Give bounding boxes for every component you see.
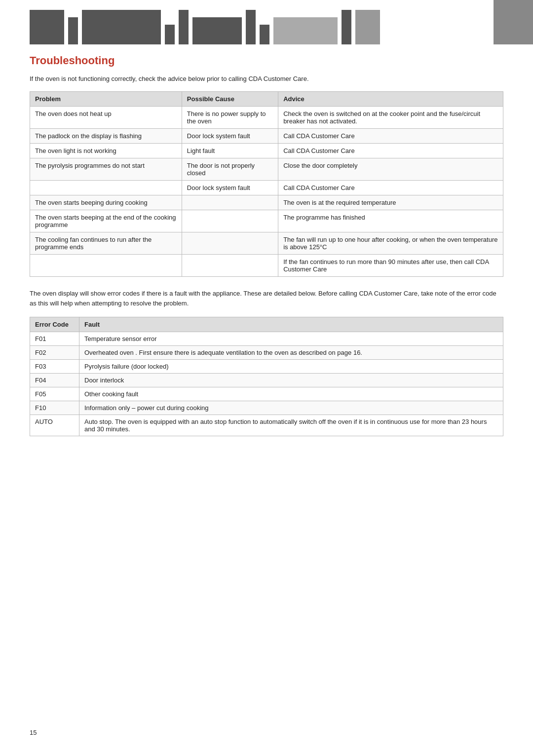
- header-block-3: [82, 10, 161, 44]
- header-block-6: [192, 17, 242, 44]
- trouble-cell-cause: Light fault: [182, 144, 278, 158]
- error-code: F01: [30, 332, 79, 346]
- header-right-block: [494, 0, 533, 44]
- error-row: F01Temperature sensor error: [30, 332, 503, 346]
- trouble-cell-problem: The oven starts beeping at the end of th…: [30, 210, 182, 232]
- trouble-cell-cause: [182, 255, 278, 277]
- trouble-cell-cause: Door lock system fault: [182, 129, 278, 144]
- error-code: F05: [30, 387, 79, 401]
- trouble-row: The oven starts beeping during cookingTh…: [30, 195, 503, 210]
- trouble-cell-advice: If the fan continues to run more than 90…: [278, 255, 503, 277]
- header-block-10: [342, 10, 351, 44]
- error-code: F03: [30, 360, 79, 374]
- error-row: AUTOAuto stop. The oven is equipped with…: [30, 415, 503, 436]
- troubleshooting-table: Problem Possible Cause Advice The oven d…: [30, 91, 503, 277]
- header-block-5: [179, 10, 189, 44]
- trouble-row: If the fan continues to run more than 90…: [30, 255, 503, 277]
- trouble-row: Door lock system faultCall CDA Customer …: [30, 181, 503, 195]
- trouble-cell-problem: The oven light is not working: [30, 144, 182, 158]
- error-code-table: Error Code Fault F01Temperature sensor e…: [30, 317, 503, 436]
- header-block-7: [246, 10, 256, 44]
- trouble-cell-problem: [30, 181, 182, 195]
- header-decoration: [0, 0, 533, 44]
- trouble-cell-problem: The pyrolysis programmes do not start: [30, 158, 182, 181]
- error-fault: Overheated oven . First ensure there is …: [79, 346, 503, 360]
- trouble-col-problem: Problem: [30, 92, 182, 107]
- error-row: F05Other cooking fault: [30, 387, 503, 401]
- trouble-cell-cause: [182, 195, 278, 210]
- error-fault: Information only – power cut during cook…: [79, 401, 503, 415]
- trouble-row: The pyrolysis programmes do not startThe…: [30, 158, 503, 181]
- header-block-1: [30, 10, 64, 44]
- error-code: F02: [30, 346, 79, 360]
- error-code: AUTO: [30, 415, 79, 436]
- trouble-cell-cause: There is no power supply to the oven: [182, 107, 278, 129]
- intro-text: If the oven is not functioning correctly…: [30, 75, 503, 82]
- trouble-cell-cause: Door lock system fault: [182, 181, 278, 195]
- trouble-row: The cooling fan continues to run after t…: [30, 232, 503, 255]
- error-row: F04Door interlock: [30, 374, 503, 387]
- trouble-row: The padlock on the display is flashingDo…: [30, 129, 503, 144]
- header-block-11: [355, 10, 380, 44]
- trouble-col-cause: Possible Cause: [182, 92, 278, 107]
- trouble-cell-advice: The oven is at the required temperature: [278, 195, 503, 210]
- header-block-2: [68, 17, 78, 44]
- trouble-cell-advice: Close the door completely: [278, 158, 503, 181]
- error-intro-text: The oven display will show error codes i…: [30, 289, 503, 308]
- main-content: Troubleshooting If the oven is not funct…: [0, 54, 533, 436]
- trouble-cell-advice: Call CDA Customer Care: [278, 181, 503, 195]
- trouble-cell-problem: The oven starts beeping during cooking: [30, 195, 182, 210]
- error-col-code: Error Code: [30, 317, 79, 332]
- error-col-fault: Fault: [79, 317, 503, 332]
- trouble-cell-problem: The padlock on the display is flashing: [30, 129, 182, 144]
- page-title: Troubleshooting: [30, 54, 503, 67]
- error-fault: Other cooking fault: [79, 387, 503, 401]
- trouble-cell-cause: The door is not properly closed: [182, 158, 278, 181]
- trouble-row: The oven does not heat upThere is no pow…: [30, 107, 503, 129]
- header-block-8: [260, 25, 269, 44]
- trouble-row: The oven starts beeping at the end of th…: [30, 210, 503, 232]
- error-row: F02Overheated oven . First ensure there …: [30, 346, 503, 360]
- trouble-row: The oven light is not workingLight fault…: [30, 144, 503, 158]
- error-fault: Auto stop. The oven is equipped with an …: [79, 415, 503, 436]
- header-block-9: [273, 17, 338, 44]
- trouble-cell-advice: Check the oven is switched on at the coo…: [278, 107, 503, 129]
- trouble-cell-problem: The oven does not heat up: [30, 107, 182, 129]
- trouble-col-advice: Advice: [278, 92, 503, 107]
- trouble-cell-advice: Call CDA Customer Care: [278, 129, 503, 144]
- trouble-cell-problem: [30, 255, 182, 277]
- error-fault: Pyrolysis failure (door locked): [79, 360, 503, 374]
- error-fault: Door interlock: [79, 374, 503, 387]
- trouble-cell-problem: The cooling fan continues to run after t…: [30, 232, 182, 255]
- trouble-cell-cause: [182, 232, 278, 255]
- header-block-4: [165, 25, 175, 44]
- error-code: F10: [30, 401, 79, 415]
- error-row: F10Information only – power cut during c…: [30, 401, 503, 415]
- trouble-cell-advice: The programme has finished: [278, 210, 503, 232]
- error-code: F04: [30, 374, 79, 387]
- error-row: F03Pyrolysis failure (door locked): [30, 360, 503, 374]
- trouble-cell-cause: [182, 210, 278, 232]
- trouble-cell-advice: Call CDA Customer Care: [278, 144, 503, 158]
- trouble-cell-advice: The fan will run up to one hour after co…: [278, 232, 503, 255]
- error-fault: Temperature sensor error: [79, 332, 503, 346]
- page-number: 15: [30, 729, 37, 736]
